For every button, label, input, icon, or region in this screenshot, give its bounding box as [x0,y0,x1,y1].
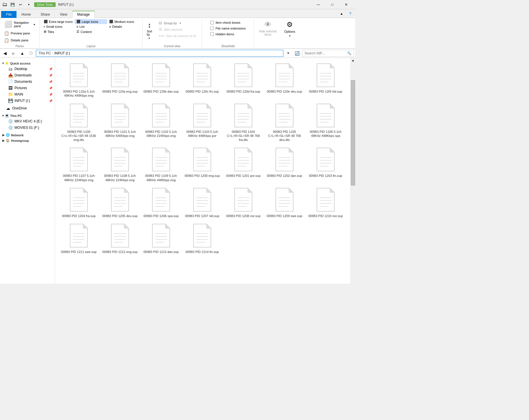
file-item-6[interactable]: 00983 PID 120f nld.sup [305,60,346,100]
file-item-15[interactable]: 00983 PID 1108 5.1ch 48KHz 224Kbps eng [100,144,140,184]
sidebar-item-onedrive[interactable]: ☁ OneDrive [0,105,55,111]
tab-home[interactable]: Home [17,11,36,18]
file-item-20[interactable]: 00983 PID 1203 fin.sup [305,144,346,184]
customize-qa-button[interactable]: ▾ [25,1,32,8]
options-button[interactable]: ⚙ Options ▾ [282,19,298,39]
medium-icons-button[interactable]: ⬛ Medium icons [107,19,140,24]
hide-selected-button[interactable]: 👁 Hide selecteditems [256,19,279,38]
file-item-18[interactable]: 00983 PID 1201 por.sup [223,144,264,184]
navigation-pane-button[interactable]: ⬜ Navigationpane ▾ [2,19,37,30]
sidebar-item-mkv[interactable]: 💿 MKV HEVC 4 (E:) [6,118,55,124]
file-item-30[interactable]: 00983 PID 1213 dan.sup [141,221,181,256]
path-dropdown-button[interactable]: ▾ [284,50,292,57]
file-item-9[interactable]: 00983 PID 1102 5.1ch 48KHz 224Kbps eng [141,100,181,144]
file-item-17[interactable]: 00983 PID 1200 eng.sup [182,144,222,184]
address-path[interactable]: This PC › INPUT (I:) [36,50,283,57]
recent-locations-button[interactable]: 🕐 [27,50,35,57]
search-box[interactable]: 🔍 [302,50,354,57]
file-name-12: 00983 PID 1105 C+L+R+SL+SR 48 768 deu.dt… [266,130,303,142]
help-button[interactable]: ? [346,10,354,17]
extra-large-icons-button[interactable]: ⬛ Extra large icons [42,19,74,24]
sort-by-button[interactable]: ↕ Sortby ▾ [145,19,154,42]
details-button[interactable]: ≡ Details [107,24,140,29]
file-item-16[interactable]: 00983 PID 1109 5.1ch 48KHz 448Kbps eng [141,144,181,184]
maximize-button[interactable]: □ [326,1,339,9]
tab-manage[interactable]: Manage [72,11,94,18]
add-columns-button[interactable]: ☰ Add columns [157,27,198,32]
file-item-1[interactable]: 00983 PID 120a eng.sup [100,60,140,100]
file-icon-17 [191,146,214,173]
file-item-26[interactable]: 00983 PID 1209 swe.sup [264,185,305,220]
file-name-4: 00983 PID 120d fra.sup [227,89,260,93]
file-item-19[interactable]: 00983 PID 1202 dan.sup [264,144,305,184]
tiles-button[interactable]: ⊞ Tiles [42,29,74,34]
file-item-21[interactable]: 00983 PID 1204 fra.sup [59,185,99,220]
content-button[interactable]: ☰ Content [75,29,107,34]
sidebar-item-downloads[interactable]: 📥 Downloads 📌 [6,72,55,78]
file-item-3[interactable]: 00983 PID 120c fin.sup [182,60,222,100]
size-all-cols-button[interactable]: ⟺ Size all columns to fit [157,33,198,38]
file-item-27[interactable]: 00983 PID 1210 nor.sup [305,185,346,220]
file-item-31[interactable]: 00983 PID 1214 fin.sup [182,221,222,256]
homegroup-header[interactable]: ▶ 🏠 Homegroup [0,137,55,143]
file-ext-text: File name extensions [216,27,246,30]
preview-pane-button[interactable]: 📋 Preview pane [2,30,32,36]
this-pc-header[interactable]: ▾ 💻 This PC [0,113,55,118]
back-button[interactable]: ◀ [1,50,9,57]
small-icons-button[interactable]: ▪ Small icons [42,24,74,29]
item-check-boxes-label[interactable]: Item check boxes [209,20,247,25]
undo-button[interactable]: ↩ [17,1,24,8]
file-item-28[interactable]: 00983 PID 1211 swe.sup [59,221,99,256]
file-item-14[interactable]: 00983 PID 1107 5.1ch 48KHz 224Kbps eng [59,144,99,184]
hidden-items-label[interactable]: Hidden items [209,32,247,36]
details-pane-button[interactable]: 📋 Details pane [2,37,30,43]
file-item-8[interactable]: 00983 PID 1101 5.1ch 48KHz 640Kbps eng [100,100,140,144]
file-item-29[interactable]: 00983 PID 1212 eng.sup [100,221,140,256]
search-input[interactable] [304,51,346,55]
file-ext-checkbox[interactable] [210,27,214,30]
file-item-23[interactable]: 00983 PID 1206 spa.sup [141,185,181,220]
sidebar-item-pictures[interactable]: 🖼 Pictures 📌 [6,85,55,91]
group-by-button[interactable]: ⊟ Group by ▾ [157,20,198,26]
window-title: INPUT (I:) [58,3,312,7]
tab-view[interactable]: View [55,11,72,18]
tab-share[interactable]: Share [36,11,55,18]
file-item-4[interactable]: 00983 PID 120d fra.sup [223,60,264,100]
file-item-13[interactable]: 00983 PID 1106 5.1ch 48KHz 448Kbps spa [305,100,346,144]
ribbon-group-current-view: ↕ Sortby ▾ ⊟ Group by ▾ ☰ Add columns ⟺ … [143,19,202,48]
scroll-up-button[interactable]: ▲ [351,58,355,63]
sidebar-item-input[interactable]: 💾 INPUT (I:) 📌 [6,98,55,104]
sidebar-item-documents[interactable]: 📄 Documents 📌 [6,78,55,85]
large-icons-button[interactable]: ⬛ Large icons [75,19,107,24]
close-button[interactable]: ✕ [340,1,353,9]
list-button[interactable]: ≡ List [75,24,107,29]
file-item-11[interactable]: 00983 PID 1104 C+L+R+SL+SR 48 768 fra.dt… [223,100,264,144]
scroll-thumb[interactable] [351,80,355,186]
tab-file[interactable]: File [1,11,17,18]
file-item-5[interactable]: 00983 PID 120e deu.sup [264,60,305,100]
quick-access-header[interactable]: ▾ ⭐ Quick access [0,60,55,66]
file-item-24[interactable]: 00983 PID 1207 nld.sup [182,185,222,220]
hidden-items-checkbox[interactable] [210,32,214,36]
file-name-extensions-label[interactable]: File name extensions [209,26,247,31]
forward-button[interactable]: ▶ [10,50,17,57]
ribbon-collapse-button[interactable]: ▲ [338,10,345,17]
item-checkboxes-checkbox[interactable] [210,21,214,24]
save-button[interactable]: 💾 [9,1,16,8]
minimize-button[interactable]: — [312,1,325,9]
file-item-22[interactable]: 00983 PID 1205 deu.sup [100,185,140,220]
file-item-2[interactable]: 00983 PID 120b dan.sup [141,60,181,100]
refresh-button[interactable]: 🔄 [293,50,301,57]
file-item-10[interactable]: 00983 PID 1103 5.1ch 48KHz 448Kbps por [182,100,222,144]
file-item-0[interactable]: 00983 PID 110a 5.1ch 48KHz 448Kbps eng [59,60,99,100]
scroll-track[interactable] [351,63,355,284]
sidebar-item-movies[interactable]: 💿 MOVIES 01 (F:) [6,124,55,131]
file-item-12[interactable]: 00983 PID 1105 C+L+R+SL+SR 48 768 deu.dt… [264,100,305,144]
file-item-7[interactable]: 00983 PID 1100 C+L+R+SL+SR 48 1536 eng.d… [59,100,99,144]
file-item-25[interactable]: 00983 PID 1208 nor.sup [223,185,264,220]
up-button[interactable]: ▲ [19,50,26,57]
scrollbar[interactable]: ▲ ▼ [351,58,355,284]
sidebar-item-desktop[interactable]: 🗂 Desktop 📌 [6,66,55,72]
network-header[interactable]: ▶ 🌐 Network [0,132,55,137]
sidebar-item-main[interactable]: 📁 MAIN 📌 [6,91,55,98]
